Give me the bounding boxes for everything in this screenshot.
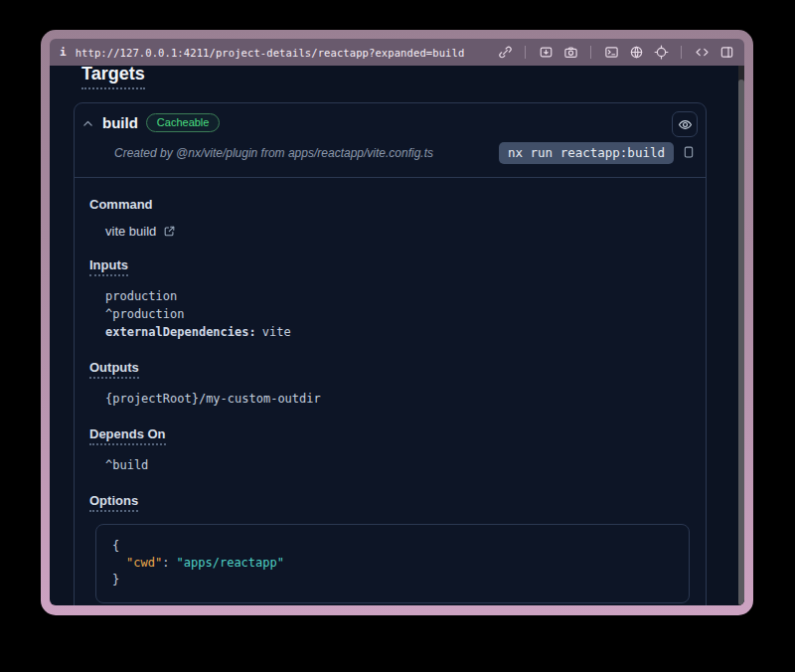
globe-icon[interactable] <box>628 45 644 61</box>
input-item-external-deps: externalDependencies:vite <box>105 323 692 341</box>
cacheable-badge: Cacheable <box>146 113 221 132</box>
build-toggle-row[interactable]: build Cacheable <box>81 113 698 132</box>
eye-icon <box>678 117 693 132</box>
external-deps-key: externalDependencies: <box>105 325 256 339</box>
outputs-section: Outputs {projectRoot}/my-custom-outdir <box>89 358 692 408</box>
json-open-brace: { <box>112 538 673 555</box>
toolbar-divider <box>681 46 682 59</box>
input-item: production <box>105 287 692 305</box>
command-section: Command vite build <box>89 195 692 239</box>
target-card-build: build Cacheable Created by @nx/vite/plug… <box>74 102 707 605</box>
inputs-section: Inputs production ^production externalDe… <box>89 255 692 341</box>
targets-heading[interactable]: Targets <box>81 66 145 89</box>
source-code-icon[interactable] <box>694 45 710 61</box>
outputs-label[interactable]: Outputs <box>89 360 139 379</box>
options-json-block: { "cwd": "apps/reactapp" } <box>95 524 690 603</box>
address-bar[interactable]: http://127.0.0.1:4211/project-details/re… <box>76 47 465 59</box>
toolbar-actions <box>497 45 734 61</box>
screencast-icon[interactable] <box>538 45 554 61</box>
toolbar-divider <box>525 46 526 59</box>
chevron-up-icon <box>81 116 94 129</box>
camera-icon[interactable] <box>562 45 578 61</box>
page-viewport: Targets build Cacheable Create <box>50 66 744 605</box>
command-label: Command <box>89 197 153 212</box>
json-close-brace: } <box>112 572 673 588</box>
json-key: "cwd" <box>126 556 162 570</box>
options-label[interactable]: Options <box>89 493 138 512</box>
depends-on-item: ^build <box>105 456 692 474</box>
json-cwd-line: "cwd": "apps/reactapp" <box>112 555 673 572</box>
build-card-body: Command vite build Inputs <box>75 178 706 605</box>
input-item: ^production <box>105 305 692 323</box>
created-by-text: Created by @nx/vite/plugin from apps/rea… <box>114 146 499 160</box>
toolbar-divider <box>590 46 591 59</box>
json-value: "apps/reactapp" <box>177 556 284 570</box>
output-item: {projectRoot}/my-custom-outdir <box>105 390 692 408</box>
options-section: Options { "cwd": "apps/reactapp" } <box>89 491 692 603</box>
page-scrollbar[interactable] <box>738 66 744 605</box>
target-name: build <box>102 114 138 131</box>
browser-window: i http://127.0.0.1:4211/project-details/… <box>41 30 753 615</box>
terminal-icon[interactable] <box>603 45 619 61</box>
info-icon: i <box>60 46 67 59</box>
external-deps-value: vite <box>262 325 291 339</box>
project-details-content: Targets build Cacheable Create <box>50 66 738 605</box>
run-command-chip[interactable]: nx run reactapp:build <box>499 142 674 164</box>
inputs-label[interactable]: Inputs <box>89 257 128 276</box>
depends-on-label[interactable]: Depends On <box>89 426 166 445</box>
json-separator: : <box>162 556 176 570</box>
browser-toolbar: i http://127.0.0.1:4211/project-details/… <box>50 39 744 66</box>
command-value: vite build <box>105 224 156 239</box>
external-link-icon[interactable] <box>163 225 177 239</box>
created-by-row: Created by @nx/vite/plugin from apps/rea… <box>81 142 698 164</box>
view-target-graph-button[interactable] <box>672 111 698 137</box>
scrollbar-thumb[interactable] <box>738 80 744 605</box>
depends-on-section: Depends On ^build <box>89 424 692 474</box>
link-icon[interactable] <box>497 45 513 61</box>
pick-locator-icon[interactable] <box>653 45 669 61</box>
build-card-header: build Cacheable Created by @nx/vite/plug… <box>75 103 706 178</box>
split-panel-icon[interactable] <box>718 45 734 61</box>
copy-icon[interactable] <box>682 145 698 161</box>
